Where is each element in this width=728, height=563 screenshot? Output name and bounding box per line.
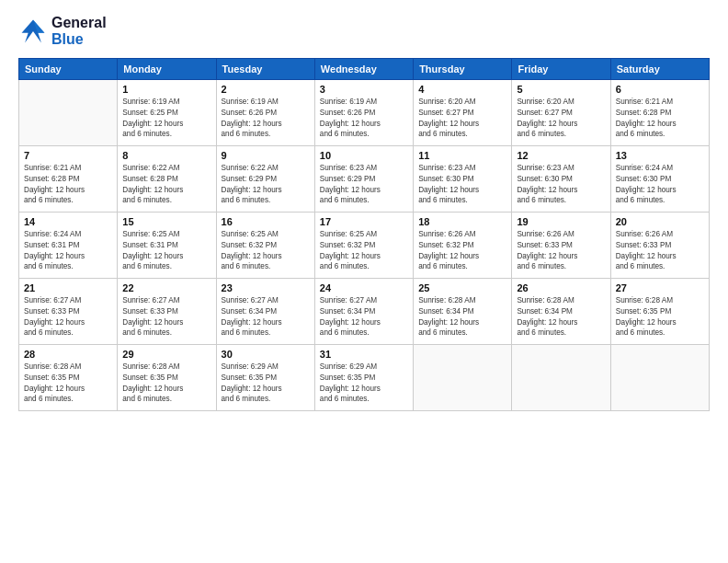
- calendar-cell: [512, 344, 610, 410]
- calendar-cell: 22Sunrise: 6:27 AMSunset: 6:33 PMDayligh…: [118, 278, 216, 344]
- day-number: 30: [222, 349, 310, 360]
- day-info: Sunrise: 6:20 AMSunset: 6:27 PMDaylight:…: [517, 97, 605, 141]
- calendar-cell: 5Sunrise: 6:20 AMSunset: 6:27 PMDaylight…: [512, 79, 610, 145]
- day-number: 29: [122, 349, 210, 360]
- day-info: Sunrise: 6:28 AMSunset: 6:34 PMDaylight:…: [517, 295, 605, 339]
- day-number: 17: [320, 216, 408, 227]
- day-number: 11: [418, 150, 506, 161]
- calendar-table: SundayMondayTuesdayWednesdayThursdayFrid…: [18, 58, 710, 411]
- calendar-cell: 28Sunrise: 6:28 AMSunset: 6:35 PMDayligh…: [19, 344, 118, 410]
- day-number: 28: [24, 349, 112, 360]
- calendar-cell: 6Sunrise: 6:21 AMSunset: 6:28 PMDaylight…: [610, 79, 709, 145]
- calendar-header-tuesday: Tuesday: [216, 58, 314, 79]
- calendar-cell: 25Sunrise: 6:28 AMSunset: 6:34 PMDayligh…: [414, 278, 512, 344]
- calendar-header-sunday: Sunday: [19, 58, 118, 79]
- calendar-header-friday: Friday: [512, 58, 610, 79]
- day-info: Sunrise: 6:26 AMSunset: 6:33 PMDaylight:…: [616, 229, 704, 273]
- calendar-cell: 30Sunrise: 6:29 AMSunset: 6:35 PMDayligh…: [216, 344, 314, 410]
- day-info: Sunrise: 6:22 AMSunset: 6:28 PMDaylight:…: [122, 163, 210, 207]
- calendar-header-row: SundayMondayTuesdayWednesdayThursdayFrid…: [19, 58, 710, 79]
- day-number: 24: [320, 282, 408, 293]
- logo: General Blue: [18, 15, 107, 49]
- day-number: 22: [122, 282, 210, 293]
- day-info: Sunrise: 6:24 AMSunset: 6:31 PMDaylight:…: [24, 229, 112, 273]
- calendar-header-monday: Monday: [118, 58, 216, 79]
- day-number: 13: [616, 150, 704, 161]
- calendar-cell: 2Sunrise: 6:19 AMSunset: 6:26 PMDaylight…: [216, 79, 314, 145]
- calendar-week-1: 1Sunrise: 6:19 AMSunset: 6:25 PMDaylight…: [19, 79, 710, 145]
- calendar-cell: 19Sunrise: 6:26 AMSunset: 6:33 PMDayligh…: [512, 212, 610, 278]
- day-info: Sunrise: 6:27 AMSunset: 6:34 PMDaylight:…: [320, 295, 408, 339]
- calendar-header-wednesday: Wednesday: [314, 58, 413, 79]
- calendar-week-4: 21Sunrise: 6:27 AMSunset: 6:33 PMDayligh…: [19, 278, 710, 344]
- day-info: Sunrise: 6:21 AMSunset: 6:28 PMDaylight:…: [616, 97, 704, 141]
- day-number: 5: [517, 84, 605, 95]
- day-number: 16: [222, 216, 310, 227]
- calendar-cell: 10Sunrise: 6:23 AMSunset: 6:29 PMDayligh…: [314, 145, 413, 212]
- day-number: 7: [24, 150, 112, 161]
- calendar-week-3: 14Sunrise: 6:24 AMSunset: 6:31 PMDayligh…: [19, 212, 710, 278]
- calendar-cell: 14Sunrise: 6:24 AMSunset: 6:31 PMDayligh…: [19, 212, 118, 278]
- day-number: 26: [517, 282, 605, 293]
- day-info: Sunrise: 6:27 AMSunset: 6:34 PMDaylight:…: [222, 295, 310, 339]
- calendar-cell: 16Sunrise: 6:25 AMSunset: 6:32 PMDayligh…: [216, 212, 314, 278]
- calendar-cell: 27Sunrise: 6:28 AMSunset: 6:35 PMDayligh…: [610, 278, 709, 344]
- day-number: 3: [320, 84, 408, 95]
- calendar-cell: 18Sunrise: 6:26 AMSunset: 6:32 PMDayligh…: [414, 212, 512, 278]
- day-info: Sunrise: 6:23 AMSunset: 6:30 PMDaylight:…: [517, 163, 605, 207]
- day-info: Sunrise: 6:27 AMSunset: 6:33 PMDaylight:…: [24, 295, 112, 339]
- day-info: Sunrise: 6:22 AMSunset: 6:29 PMDaylight:…: [222, 163, 310, 207]
- calendar-cell: [610, 344, 709, 410]
- calendar-cell: 8Sunrise: 6:22 AMSunset: 6:28 PMDaylight…: [118, 145, 216, 212]
- calendar-header-thursday: Thursday: [414, 58, 512, 79]
- calendar-week-5: 28Sunrise: 6:28 AMSunset: 6:35 PMDayligh…: [19, 344, 710, 410]
- calendar-cell: 12Sunrise: 6:23 AMSunset: 6:30 PMDayligh…: [512, 145, 610, 212]
- day-info: Sunrise: 6:26 AMSunset: 6:33 PMDaylight:…: [517, 229, 605, 273]
- day-number: 9: [222, 150, 310, 161]
- day-info: Sunrise: 6:20 AMSunset: 6:27 PMDaylight:…: [418, 97, 506, 141]
- day-info: Sunrise: 6:21 AMSunset: 6:28 PMDaylight:…: [24, 163, 112, 207]
- day-info: Sunrise: 6:26 AMSunset: 6:32 PMDaylight:…: [418, 229, 506, 273]
- calendar-cell: 3Sunrise: 6:19 AMSunset: 6:26 PMDaylight…: [314, 79, 413, 145]
- day-info: Sunrise: 6:25 AMSunset: 6:32 PMDaylight:…: [320, 229, 408, 273]
- day-number: 6: [616, 84, 704, 95]
- calendar-cell: 29Sunrise: 6:28 AMSunset: 6:35 PMDayligh…: [118, 344, 216, 410]
- calendar-cell: [19, 79, 118, 145]
- logo-text: General Blue: [51, 15, 107, 49]
- day-number: 31: [320, 349, 408, 360]
- calendar-cell: 20Sunrise: 6:26 AMSunset: 6:33 PMDayligh…: [610, 212, 709, 278]
- calendar-cell: 15Sunrise: 6:25 AMSunset: 6:31 PMDayligh…: [118, 212, 216, 278]
- calendar-cell: 13Sunrise: 6:24 AMSunset: 6:30 PMDayligh…: [610, 145, 709, 212]
- calendar-cell: 24Sunrise: 6:27 AMSunset: 6:34 PMDayligh…: [314, 278, 413, 344]
- day-number: 19: [517, 216, 605, 227]
- calendar-cell: 9Sunrise: 6:22 AMSunset: 6:29 PMDaylight…: [216, 145, 314, 212]
- day-info: Sunrise: 6:19 AMSunset: 6:26 PMDaylight:…: [222, 97, 310, 141]
- day-info: Sunrise: 6:29 AMSunset: 6:35 PMDaylight:…: [222, 362, 310, 406]
- day-number: 8: [122, 150, 210, 161]
- day-number: 14: [24, 216, 112, 227]
- day-number: 15: [122, 216, 210, 227]
- calendar-cell: 17Sunrise: 6:25 AMSunset: 6:32 PMDayligh…: [314, 212, 413, 278]
- calendar-cell: 23Sunrise: 6:27 AMSunset: 6:34 PMDayligh…: [216, 278, 314, 344]
- day-info: Sunrise: 6:28 AMSunset: 6:35 PMDaylight:…: [122, 362, 210, 406]
- day-number: 25: [418, 282, 506, 293]
- day-number: 2: [222, 84, 310, 95]
- calendar-cell: 21Sunrise: 6:27 AMSunset: 6:33 PMDayligh…: [19, 278, 118, 344]
- day-number: 10: [320, 150, 408, 161]
- day-info: Sunrise: 6:28 AMSunset: 6:34 PMDaylight:…: [418, 295, 506, 339]
- page: General Blue SundayMondayTuesdayWednesda…: [0, 0, 728, 563]
- day-info: Sunrise: 6:23 AMSunset: 6:30 PMDaylight:…: [418, 163, 506, 207]
- calendar-cell: 26Sunrise: 6:28 AMSunset: 6:34 PMDayligh…: [512, 278, 610, 344]
- day-number: 18: [418, 216, 506, 227]
- day-number: 1: [122, 84, 210, 95]
- day-info: Sunrise: 6:27 AMSunset: 6:33 PMDaylight:…: [122, 295, 210, 339]
- header: General Blue: [18, 15, 710, 49]
- day-info: Sunrise: 6:28 AMSunset: 6:35 PMDaylight:…: [24, 362, 112, 406]
- day-number: 4: [418, 84, 506, 95]
- day-number: 12: [517, 150, 605, 161]
- logo-icon: [18, 17, 48, 46]
- day-number: 23: [222, 282, 310, 293]
- day-info: Sunrise: 6:28 AMSunset: 6:35 PMDaylight:…: [616, 295, 704, 339]
- day-info: Sunrise: 6:19 AMSunset: 6:26 PMDaylight:…: [320, 97, 408, 141]
- day-number: 20: [616, 216, 704, 227]
